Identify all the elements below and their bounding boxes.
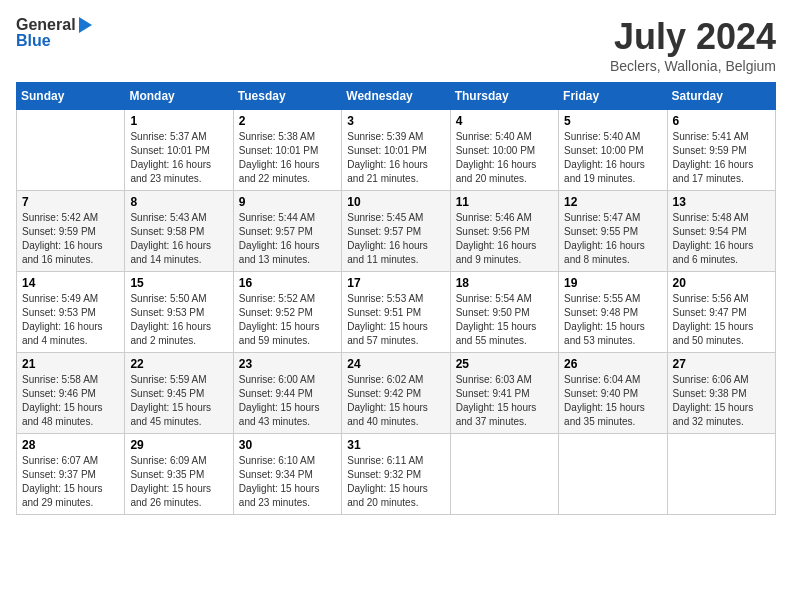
- day-info: Sunrise: 5:38 AM Sunset: 10:01 PM Daylig…: [239, 130, 336, 186]
- calendar-cell: 26Sunrise: 6:04 AM Sunset: 9:40 PM Dayli…: [559, 353, 667, 434]
- calendar-cell: [450, 434, 558, 515]
- day-info: Sunrise: 5:53 AM Sunset: 9:51 PM Dayligh…: [347, 292, 444, 348]
- calendar-cell: 21Sunrise: 5:58 AM Sunset: 9:46 PM Dayli…: [17, 353, 125, 434]
- main-title: July 2024: [610, 16, 776, 58]
- calendar-cell: 18Sunrise: 5:54 AM Sunset: 9:50 PM Dayli…: [450, 272, 558, 353]
- day-number: 17: [347, 276, 444, 290]
- day-number: 30: [239, 438, 336, 452]
- day-info: Sunrise: 5:41 AM Sunset: 9:59 PM Dayligh…: [673, 130, 770, 186]
- calendar-cell: 11Sunrise: 5:46 AM Sunset: 9:56 PM Dayli…: [450, 191, 558, 272]
- day-info: Sunrise: 5:37 AM Sunset: 10:01 PM Daylig…: [130, 130, 227, 186]
- day-number: 2: [239, 114, 336, 128]
- day-number: 31: [347, 438, 444, 452]
- calendar-cell: 31Sunrise: 6:11 AM Sunset: 9:32 PM Dayli…: [342, 434, 450, 515]
- day-info: Sunrise: 5:54 AM Sunset: 9:50 PM Dayligh…: [456, 292, 553, 348]
- col-header-saturday: Saturday: [667, 83, 775, 110]
- day-number: 5: [564, 114, 661, 128]
- day-number: 10: [347, 195, 444, 209]
- day-info: Sunrise: 5:47 AM Sunset: 9:55 PM Dayligh…: [564, 211, 661, 267]
- day-info: Sunrise: 5:50 AM Sunset: 9:53 PM Dayligh…: [130, 292, 227, 348]
- calendar-cell: 16Sunrise: 5:52 AM Sunset: 9:52 PM Dayli…: [233, 272, 341, 353]
- calendar-cell: 20Sunrise: 5:56 AM Sunset: 9:47 PM Dayli…: [667, 272, 775, 353]
- day-info: Sunrise: 5:48 AM Sunset: 9:54 PM Dayligh…: [673, 211, 770, 267]
- col-header-friday: Friday: [559, 83, 667, 110]
- calendar-cell: 23Sunrise: 6:00 AM Sunset: 9:44 PM Dayli…: [233, 353, 341, 434]
- day-info: Sunrise: 5:52 AM Sunset: 9:52 PM Dayligh…: [239, 292, 336, 348]
- day-number: 3: [347, 114, 444, 128]
- day-number: 6: [673, 114, 770, 128]
- day-info: Sunrise: 5:44 AM Sunset: 9:57 PM Dayligh…: [239, 211, 336, 267]
- calendar-cell: 12Sunrise: 5:47 AM Sunset: 9:55 PM Dayli…: [559, 191, 667, 272]
- calendar-cell: 28Sunrise: 6:07 AM Sunset: 9:37 PM Dayli…: [17, 434, 125, 515]
- day-number: 20: [673, 276, 770, 290]
- calendar-cell: 3Sunrise: 5:39 AM Sunset: 10:01 PM Dayli…: [342, 110, 450, 191]
- calendar-cell: [667, 434, 775, 515]
- calendar-cell: [17, 110, 125, 191]
- day-number: 22: [130, 357, 227, 371]
- day-number: 26: [564, 357, 661, 371]
- calendar-cell: 27Sunrise: 6:06 AM Sunset: 9:38 PM Dayli…: [667, 353, 775, 434]
- day-info: Sunrise: 6:10 AM Sunset: 9:34 PM Dayligh…: [239, 454, 336, 510]
- day-number: 25: [456, 357, 553, 371]
- day-number: 21: [22, 357, 119, 371]
- calendar-cell: 7Sunrise: 5:42 AM Sunset: 9:59 PM Daylig…: [17, 191, 125, 272]
- calendar-cell: 15Sunrise: 5:50 AM Sunset: 9:53 PM Dayli…: [125, 272, 233, 353]
- day-number: 15: [130, 276, 227, 290]
- day-info: Sunrise: 5:49 AM Sunset: 9:53 PM Dayligh…: [22, 292, 119, 348]
- day-info: Sunrise: 5:56 AM Sunset: 9:47 PM Dayligh…: [673, 292, 770, 348]
- subtitle: Beclers, Wallonia, Belgium: [610, 58, 776, 74]
- title-section: July 2024 Beclers, Wallonia, Belgium: [610, 16, 776, 74]
- day-info: Sunrise: 5:58 AM Sunset: 9:46 PM Dayligh…: [22, 373, 119, 429]
- calendar-cell: 1Sunrise: 5:37 AM Sunset: 10:01 PM Dayli…: [125, 110, 233, 191]
- day-number: 29: [130, 438, 227, 452]
- week-row-1: 1Sunrise: 5:37 AM Sunset: 10:01 PM Dayli…: [17, 110, 776, 191]
- day-info: Sunrise: 5:43 AM Sunset: 9:58 PM Dayligh…: [130, 211, 227, 267]
- calendar-table: SundayMondayTuesdayWednesdayThursdayFrid…: [16, 82, 776, 515]
- calendar-cell: 17Sunrise: 5:53 AM Sunset: 9:51 PM Dayli…: [342, 272, 450, 353]
- day-info: Sunrise: 6:03 AM Sunset: 9:41 PM Dayligh…: [456, 373, 553, 429]
- day-number: 12: [564, 195, 661, 209]
- calendar-cell: 6Sunrise: 5:41 AM Sunset: 9:59 PM Daylig…: [667, 110, 775, 191]
- day-info: Sunrise: 5:46 AM Sunset: 9:56 PM Dayligh…: [456, 211, 553, 267]
- col-header-monday: Monday: [125, 83, 233, 110]
- calendar-cell: 9Sunrise: 5:44 AM Sunset: 9:57 PM Daylig…: [233, 191, 341, 272]
- day-info: Sunrise: 6:09 AM Sunset: 9:35 PM Dayligh…: [130, 454, 227, 510]
- day-number: 13: [673, 195, 770, 209]
- calendar-header-row: SundayMondayTuesdayWednesdayThursdayFrid…: [17, 83, 776, 110]
- day-number: 18: [456, 276, 553, 290]
- calendar-cell: 10Sunrise: 5:45 AM Sunset: 9:57 PM Dayli…: [342, 191, 450, 272]
- week-row-2: 7Sunrise: 5:42 AM Sunset: 9:59 PM Daylig…: [17, 191, 776, 272]
- day-info: Sunrise: 5:55 AM Sunset: 9:48 PM Dayligh…: [564, 292, 661, 348]
- day-number: 19: [564, 276, 661, 290]
- calendar-cell: 30Sunrise: 6:10 AM Sunset: 9:34 PM Dayli…: [233, 434, 341, 515]
- day-info: Sunrise: 5:59 AM Sunset: 9:45 PM Dayligh…: [130, 373, 227, 429]
- page-header: General Blue July 2024 Beclers, Wallonia…: [16, 16, 776, 74]
- day-info: Sunrise: 5:39 AM Sunset: 10:01 PM Daylig…: [347, 130, 444, 186]
- day-number: 23: [239, 357, 336, 371]
- calendar-cell: 8Sunrise: 5:43 AM Sunset: 9:58 PM Daylig…: [125, 191, 233, 272]
- day-number: 9: [239, 195, 336, 209]
- day-number: 28: [22, 438, 119, 452]
- calendar-cell: 19Sunrise: 5:55 AM Sunset: 9:48 PM Dayli…: [559, 272, 667, 353]
- day-number: 1: [130, 114, 227, 128]
- day-number: 16: [239, 276, 336, 290]
- calendar-cell: 29Sunrise: 6:09 AM Sunset: 9:35 PM Dayli…: [125, 434, 233, 515]
- day-info: Sunrise: 6:02 AM Sunset: 9:42 PM Dayligh…: [347, 373, 444, 429]
- calendar-cell: 5Sunrise: 5:40 AM Sunset: 10:00 PM Dayli…: [559, 110, 667, 191]
- day-number: 11: [456, 195, 553, 209]
- col-header-thursday: Thursday: [450, 83, 558, 110]
- day-info: Sunrise: 5:40 AM Sunset: 10:00 PM Daylig…: [456, 130, 553, 186]
- day-info: Sunrise: 5:45 AM Sunset: 9:57 PM Dayligh…: [347, 211, 444, 267]
- calendar-cell: 2Sunrise: 5:38 AM Sunset: 10:01 PM Dayli…: [233, 110, 341, 191]
- day-info: Sunrise: 6:00 AM Sunset: 9:44 PM Dayligh…: [239, 373, 336, 429]
- calendar-cell: 13Sunrise: 5:48 AM Sunset: 9:54 PM Dayli…: [667, 191, 775, 272]
- day-info: Sunrise: 5:42 AM Sunset: 9:59 PM Dayligh…: [22, 211, 119, 267]
- col-header-tuesday: Tuesday: [233, 83, 341, 110]
- day-number: 4: [456, 114, 553, 128]
- day-info: Sunrise: 6:06 AM Sunset: 9:38 PM Dayligh…: [673, 373, 770, 429]
- calendar-cell: 14Sunrise: 5:49 AM Sunset: 9:53 PM Dayli…: [17, 272, 125, 353]
- calendar-cell: 25Sunrise: 6:03 AM Sunset: 9:41 PM Dayli…: [450, 353, 558, 434]
- col-header-wednesday: Wednesday: [342, 83, 450, 110]
- calendar-cell: 4Sunrise: 5:40 AM Sunset: 10:00 PM Dayli…: [450, 110, 558, 191]
- col-header-sunday: Sunday: [17, 83, 125, 110]
